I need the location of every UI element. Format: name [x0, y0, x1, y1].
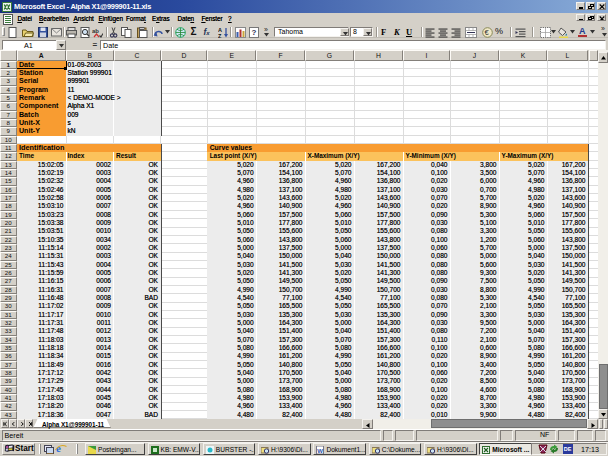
- svg-text:ab: ab: [92, 28, 99, 34]
- svg-text:W: W: [318, 447, 324, 453]
- svg-text:?: ?: [252, 28, 257, 37]
- svg-text:Z: Z: [218, 33, 222, 38]
